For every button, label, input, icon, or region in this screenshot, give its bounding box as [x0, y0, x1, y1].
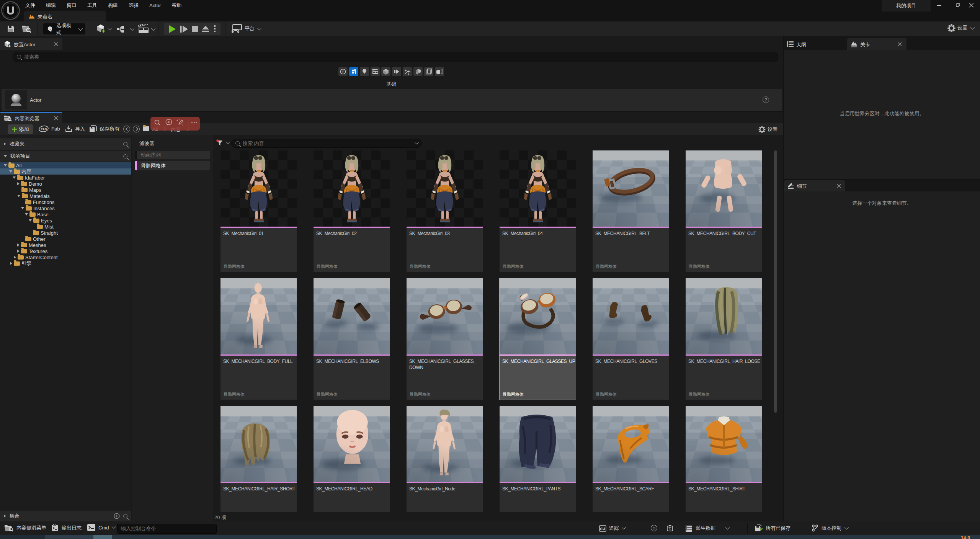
svg-text:AI: AI [167, 121, 170, 124]
svg-text:FAB: FAB [41, 127, 47, 131]
